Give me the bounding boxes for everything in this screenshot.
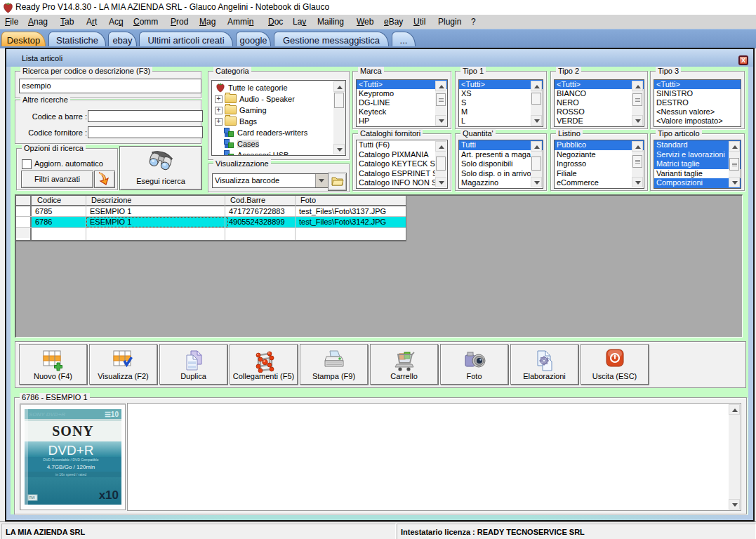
svg-text:☰10: ☰10 xyxy=(105,411,119,418)
svg-text:DVD Recordable / DVD Compatibl: DVD Recordable / DVD Compatible xyxy=(44,458,99,462)
svg-text:SONY DVD+R: SONY DVD+R xyxy=(29,411,65,418)
svg-text:4.7GB/Go / 120min: 4.7GB/Go / 120min xyxy=(47,464,95,470)
svg-text:RW: RW xyxy=(29,495,36,500)
svg-text:DVD+R: DVD+R xyxy=(48,443,94,458)
svg-text:SONY: SONY xyxy=(52,423,94,439)
svg-text:in 16x speed / rated: in 16x speed / rated xyxy=(55,472,86,477)
svg-text:x10: x10 xyxy=(99,488,119,502)
